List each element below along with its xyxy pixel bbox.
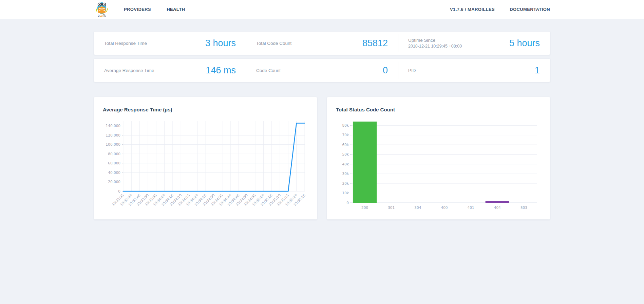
chart-title: Total Status Code Count <box>335 104 542 114</box>
header-right: V1.7.6 / MAROILLES DOCUMENTATION <box>450 7 550 12</box>
stat-code-count: Code Count 0 <box>246 59 398 82</box>
stat-card-row2: Average Response Time 146 ms Code Count … <box>94 59 550 82</box>
svg-text:40,000: 40,000 <box>108 171 120 175</box>
chart-title: Average Response Time (µs) <box>102 104 309 114</box>
stat-average-response-time: Average Response Time 146 ms <box>94 59 246 82</box>
stat-card-row1: Total Response Time 3 hours Total Code C… <box>94 32 550 55</box>
traefik-logo[interactable]: træfik <box>94 1 110 18</box>
svg-text:80,000: 80,000 <box>108 152 120 156</box>
svg-text:503: 503 <box>520 205 527 210</box>
stat-sublabel: 2018-12-21 10:29:45 +08:00 <box>408 44 462 49</box>
traefik-gopher-icon: træfik <box>95 2 108 17</box>
svg-text:100,000: 100,000 <box>106 142 120 146</box>
status-code-bar-chart: 010k20k30k40k50k60k70k80k200301304400401… <box>335 117 542 216</box>
nav-item-providers[interactable]: PROVIDERS <box>124 7 151 12</box>
stat-label: Uptime Since <box>408 38 462 43</box>
app-header: træfik PROVIDERS HEALTH V1.7.6 / MAROILL… <box>0 0 644 19</box>
stat-total-response-time: Total Response Time 3 hours <box>94 32 246 55</box>
response-time-line-chart: 020,00040,00060,00080,000100,000120,0001… <box>102 117 309 219</box>
stat-pid: PID 1 <box>398 59 550 82</box>
response-time-chart-card: Average Response Time (µs) 020,00040,000… <box>94 97 317 219</box>
svg-text:304: 304 <box>414 205 421 210</box>
main-nav: PROVIDERS HEALTH <box>124 7 185 12</box>
stat-uptime-since: Uptime Since 2018-12-21 10:29:45 +08:00 … <box>398 32 550 55</box>
svg-text:400: 400 <box>441 205 448 210</box>
stat-label: Average Response Time <box>104 68 154 73</box>
status-code-chart-card: Total Status Code Count 010k20k30k40k50k… <box>327 97 550 219</box>
svg-text:0: 0 <box>346 201 349 205</box>
charts-row: Average Response Time (µs) 020,00040,000… <box>94 97 550 219</box>
svg-text:0: 0 <box>118 189 120 193</box>
version-label: V1.7.6 / MAROILLES <box>450 7 495 12</box>
stat-label: Total Response Time <box>104 41 147 46</box>
stat-total-code-count: Total Code Count 85812 <box>246 32 398 55</box>
svg-text:301: 301 <box>388 205 395 210</box>
nav-item-documentation[interactable]: DOCUMENTATION <box>510 7 550 12</box>
svg-text:40k: 40k <box>342 162 349 166</box>
svg-text:200: 200 <box>361 205 368 210</box>
stat-value: 146 ms <box>206 65 236 76</box>
svg-text:20k: 20k <box>342 181 349 185</box>
svg-text:50k: 50k <box>342 152 349 156</box>
svg-text:140,000: 140,000 <box>106 124 120 128</box>
svg-text:404: 404 <box>494 205 501 210</box>
svg-text:60k: 60k <box>342 143 349 147</box>
svg-text:træfik: træfik <box>98 14 106 17</box>
stat-value: 0 <box>383 65 388 76</box>
stat-value: 1 <box>535 65 540 76</box>
svg-text:70k: 70k <box>342 133 349 137</box>
stat-label: Code Count <box>256 68 281 73</box>
stat-label: Total Code Count <box>256 41 291 46</box>
svg-text:120,000: 120,000 <box>106 133 120 137</box>
svg-text:80k: 80k <box>342 123 349 127</box>
svg-text:10k: 10k <box>342 191 349 195</box>
stat-value: 5 hours <box>509 38 540 49</box>
nav-item-health[interactable]: HEALTH <box>167 7 185 12</box>
svg-text:60,000: 60,000 <box>108 161 120 165</box>
stat-value: 3 hours <box>205 38 236 49</box>
svg-text:30k: 30k <box>342 172 349 176</box>
svg-text:401: 401 <box>468 205 474 210</box>
stat-label: PID <box>408 68 416 73</box>
svg-text:20,000: 20,000 <box>108 180 120 184</box>
stat-value: 85812 <box>362 38 388 49</box>
